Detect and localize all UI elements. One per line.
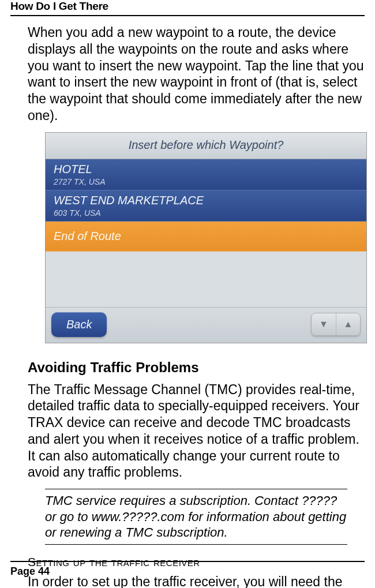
page-footer-rule: Page 44 [10, 561, 365, 578]
waypoint-row[interactable]: HOTEL 2727 TX, USA [46, 159, 366, 190]
page-number: Page 44 [10, 565, 365, 578]
waypoint-address: 2727 TX, USA [54, 177, 358, 186]
device-screenshot: Insert before which Waypoint? HOTEL 2727… [45, 132, 367, 343]
waypoint-name: HOTEL [54, 163, 358, 176]
traffic-paragraph: The Traffic Message Channel (TMC) provid… [28, 381, 365, 481]
chevron-up-icon: ▲ [344, 319, 353, 329]
waypoint-row[interactable]: WEST END MARKETPLACE 603 TX, USA [46, 190, 366, 222]
tmc-note: TMC service requires a subscription. Con… [45, 489, 347, 545]
waypoint-name: WEST END MARKETPLACE [54, 194, 358, 207]
scroll-down-button[interactable]: ▼ [312, 313, 336, 335]
device-title: Insert before which Waypoint? [129, 138, 284, 151]
list-empty-area [46, 252, 366, 307]
end-of-route-label: End of Route [54, 230, 121, 242]
waypoint-list: HOTEL 2727 TX, USA WEST END MARKETPLACE … [46, 159, 366, 307]
device-bottom-bar: Back ▼ ▲ [46, 307, 366, 343]
section-heading-traffic: Avoiding Traffic Problems [28, 359, 365, 376]
scroll-up-button[interactable]: ▲ [336, 313, 360, 335]
back-button[interactable]: Back [51, 312, 107, 337]
page-header: How Do I Get There [10, 0, 365, 13]
intro-paragraph: When you add a new waypoint to a route, … [28, 24, 365, 124]
chevron-down-icon: ▼ [319, 319, 328, 329]
page-header-rule: How Do I Get There [10, 0, 365, 16]
back-button-label: Back [66, 318, 92, 331]
end-of-route-row[interactable]: End of Route [46, 222, 366, 252]
scroll-arrow-group: ▼ ▲ [311, 313, 361, 336]
waypoint-address: 603 TX, USA [54, 208, 358, 218]
device-titlebar: Insert before which Waypoint? [46, 133, 366, 159]
